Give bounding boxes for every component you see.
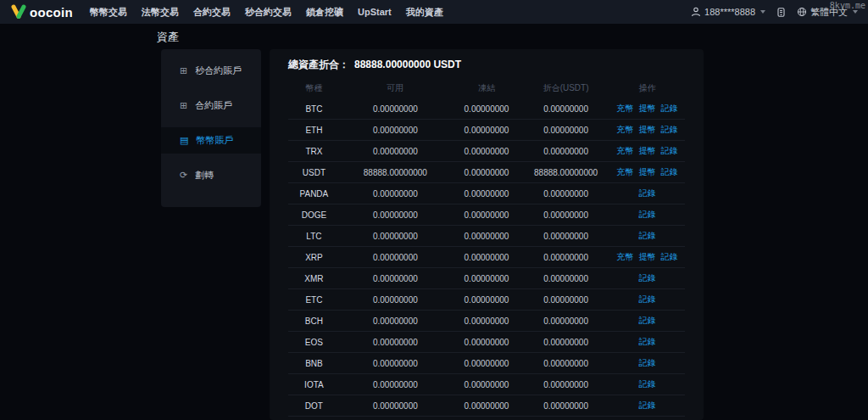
available-cell: 0.00000000 [340, 401, 451, 411]
available-cell: 0.00000000 [340, 104, 451, 114]
nav-item-6[interactable]: 我的資產 [406, 6, 443, 19]
records-link[interactable]: 記錄 [661, 124, 678, 136]
frozen-cell: 0.00000000 [451, 189, 522, 199]
column-header-3: 折合(USDT) [522, 82, 609, 94]
deposit-link[interactable]: 充幣 [617, 103, 634, 115]
records-link[interactable]: 記錄 [639, 378, 656, 390]
nav-item-3[interactable]: 秒合約交易 [245, 6, 292, 19]
nav-item-1[interactable]: 法幣交易 [142, 6, 179, 19]
equivalent-cell: 0.00000000 [522, 147, 609, 156]
coin-cell: BNB [288, 359, 340, 368]
coin-cell: XMR [288, 274, 340, 283]
available-cell: 0.00000000 [340, 189, 451, 199]
equivalent-cell: 0.00000000 [522, 210, 609, 220]
nav-item-0[interactable]: 幣幣交易 [90, 6, 127, 19]
actions-cell: 充幣提幣記錄 [609, 145, 685, 157]
sidebar-item-label: 幣幣賬戶 [196, 134, 233, 147]
frozen-cell: 0.00000000 [451, 401, 522, 411]
user-menu[interactable]: 188****8888 [691, 7, 765, 17]
frozen-cell: 0.00000000 [451, 147, 522, 156]
table-row: ETC0.000000000.000000000.00000000記錄 [288, 289, 685, 311]
sidebar-item-seconds-contract-account[interactable]: ⊞秒合約賬戶 [161, 58, 261, 84]
withdraw-link[interactable]: 提幣 [639, 251, 656, 263]
total-assets: 總資產折合： 88888.00000000 USDT [288, 58, 685, 71]
coin-cell: TRX [288, 147, 340, 156]
watermark: 8kym.me [830, 1, 865, 10]
globe-icon [797, 7, 807, 17]
logo-text: oocoin [30, 5, 73, 20]
table-row: EOS0.000000000.000000000.00000000記錄 [288, 332, 685, 353]
actions-cell: 充幣提幣記錄 [609, 124, 685, 136]
table-header: 幣種可用凍結折合(USDT)操作 [288, 78, 685, 98]
table-row: DASH0.000000000.000000000.00000000記錄 [288, 417, 685, 420]
sidebar-item-label: 合約賬戶 [195, 99, 232, 112]
total-assets-value: 88888.00000000 USDT [354, 59, 461, 70]
available-cell: 0.00000000 [340, 232, 451, 241]
records-link[interactable]: 記錄 [639, 230, 656, 242]
sidebar-item-transfer[interactable]: ⟳劃轉 [161, 162, 261, 188]
actions-cell: 記錄 [609, 188, 685, 199]
equivalent-cell: 0.00000000 [522, 359, 609, 368]
sidebar-item-contract-account[interactable]: ⊞合約賬戶 [161, 92, 261, 119]
withdraw-link[interactable]: 提幣 [639, 166, 656, 178]
nav-item-5[interactable]: UpStart [358, 7, 392, 17]
coin-cell: ETH [288, 126, 340, 135]
records-link[interactable]: 記錄 [661, 166, 678, 178]
records-link[interactable]: 記錄 [661, 103, 678, 115]
total-assets-label: 總資產折合： [288, 58, 349, 72]
table-row: XRP0.000000000.000000000.00000000充幣提幣記錄 [288, 247, 685, 268]
nav-item-2[interactable]: 合約交易 [193, 6, 231, 19]
column-header-2: 凍結 [451, 82, 522, 94]
actions-cell: 記錄 [609, 209, 685, 221]
actions-cell: 記錄 [609, 294, 685, 305]
table-row: DOGE0.000000000.000000000.00000000記錄 [288, 204, 685, 226]
navbar: oocoin 幣幣交易法幣交易合約交易秒合約交易鎖倉挖礦UpStart我的資產 … [0, 0, 868, 24]
frozen-cell: 0.00000000 [451, 126, 522, 135]
deposit-link[interactable]: 充幣 [617, 145, 634, 157]
withdraw-link[interactable]: 提幣 [639, 103, 656, 115]
equivalent-cell: 0.00000000 [522, 380, 609, 389]
records-link[interactable]: 記錄 [639, 400, 656, 412]
sidebar-item-coin-account[interactable]: ▤幣幣賬戶 [161, 127, 261, 154]
column-header-0: 幣種 [288, 82, 340, 94]
available-cell: 0.00000000 [340, 274, 451, 283]
deposit-link[interactable]: 充幣 [617, 251, 634, 263]
actions-cell: 記錄 [609, 272, 685, 284]
table-row: BTC0.000000000.000000000.00000000充幣提幣記錄 [288, 98, 685, 120]
logo-v-icon [10, 4, 27, 20]
deposit-link[interactable]: 充幣 [617, 124, 634, 136]
caret-down-icon [760, 10, 765, 14]
customer-service-button[interactable] [776, 7, 787, 18]
withdraw-link[interactable]: 提幣 [639, 124, 656, 136]
equivalent-cell: 0.00000000 [522, 316, 609, 326]
frozen-cell: 0.00000000 [451, 168, 522, 177]
records-link[interactable]: 記錄 [639, 315, 656, 327]
deposit-link[interactable]: 充幣 [617, 166, 634, 178]
customer-service-icon [776, 7, 787, 18]
records-link[interactable]: 記錄 [639, 336, 656, 348]
equivalent-cell: 0.00000000 [522, 126, 609, 135]
records-link[interactable]: 記錄 [639, 188, 656, 199]
coin-cell: PANDA [288, 189, 340, 199]
nav-item-4[interactable]: 鎖倉挖礦 [306, 6, 343, 19]
records-link[interactable]: 記錄 [661, 145, 678, 157]
withdraw-link[interactable]: 提幣 [639, 145, 656, 157]
sidebar-menu: ⊞秒合約賬戶⊞合約賬戶▤幣幣賬戶⟳劃轉 [161, 58, 261, 188]
coin-cell: DOT [288, 401, 340, 411]
column-header-1: 可用 [340, 82, 451, 94]
table-row: USDT88888.000000000.0000000088888.000000… [288, 162, 685, 183]
logo[interactable]: oocoin [10, 4, 73, 20]
frozen-cell: 0.00000000 [451, 359, 522, 368]
records-link[interactable]: 記錄 [639, 294, 656, 305]
coin-cell: EOS [288, 338, 340, 347]
table-row: XMR0.000000000.000000000.00000000記錄 [288, 268, 685, 289]
records-link[interactable]: 記錄 [639, 209, 656, 221]
document-icon: ⊞ [180, 101, 187, 110]
records-link[interactable]: 記錄 [661, 251, 678, 263]
available-cell: 0.00000000 [340, 210, 451, 220]
equivalent-cell: 0.00000000 [522, 295, 609, 305]
records-link[interactable]: 記錄 [639, 272, 656, 284]
actions-cell: 充幣提幣記錄 [609, 103, 685, 115]
records-link[interactable]: 記錄 [639, 357, 656, 369]
actions-cell: 記錄 [609, 400, 685, 412]
